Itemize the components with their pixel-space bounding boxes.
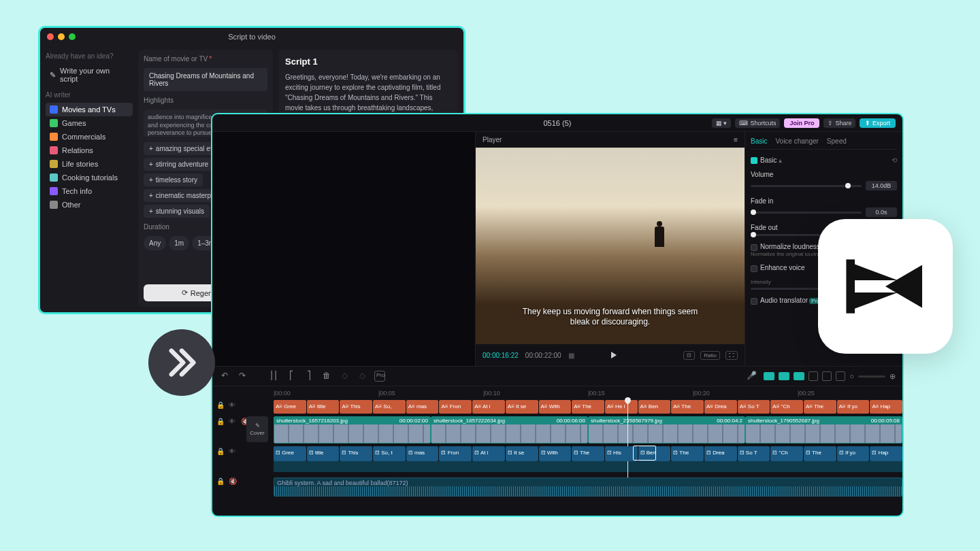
tts-clip[interactable]: A≡ With [539,400,572,414]
tool-icon[interactable]: ◇ [357,371,368,382]
sidebar-item-1[interactable]: Games [46,116,133,130]
tts-clip[interactable]: A≡ If yo [837,400,870,414]
video-clip[interactable]: shutterstock_1857218203.jpg00:00:02:00 [274,416,431,444]
layout-icon[interactable]: ▦ ▾ [712,118,732,128]
play-button[interactable] [611,352,617,358]
caption-clip[interactable]: ⊡ "Ch [770,446,803,461]
tts-clip[interactable]: A≡ Drea [704,400,737,414]
tts-clip[interactable]: A≡ The [572,400,604,414]
duration-option[interactable]: Any [144,236,166,250]
snap-icon[interactable] [808,371,818,381]
delete-icon[interactable]: 🗑 [321,371,332,382]
tts-clip[interactable]: A≡ title [307,400,340,414]
sidebar-item-4[interactable]: Life stories [46,157,133,171]
tts-clip[interactable]: A≡ He l [605,400,638,414]
undo-icon[interactable]: ↶ [219,371,230,382]
lock-icon[interactable]: 🔒 [216,401,225,409]
movie-name-input[interactable]: Chasing Dreams of Mountains and Rivers [144,68,267,91]
track-toggle-1[interactable] [764,372,774,380]
sidebar-item-2[interactable]: Commercials [46,130,133,144]
fadein-slider[interactable] [751,212,862,214]
tts-clip[interactable]: A≡ Ben [638,400,671,414]
caption-clip[interactable]: ⊡ Drea [704,446,737,461]
highlight-tag[interactable]: + timeless story [144,173,203,186]
lock-icon[interactable]: 🔒 [216,418,225,425]
highlight-tag[interactable]: + stunning visuals [144,205,210,218]
video-track[interactable]: shutterstock_1857218203.jpg00:00:02:00sh… [274,416,902,444]
join-pro-button[interactable]: Join Pro [784,118,819,128]
tab-voice-changer[interactable]: Voice changer [775,137,818,145]
preview-icon[interactable] [836,371,845,381]
tab-speed[interactable]: Speed [827,137,847,145]
caption-clip[interactable]: ⊡ It se [506,446,538,461]
caption-clip[interactable]: ⊡ If yo [837,446,870,461]
caption-clip[interactable]: ⊡ Gree [274,446,306,461]
reset-icon[interactable]: ⟲ [892,156,897,164]
duration-option[interactable]: 1m [169,236,189,250]
tts-clip[interactable]: A≡ It se [506,400,538,414]
player-viewport[interactable]: They keep us moving forward when things … [476,148,745,344]
tts-clip[interactable]: A≡ The [804,400,836,414]
caption-clip[interactable]: ⊡ Fron [439,446,472,461]
mute-icon[interactable]: 🔇 [229,478,237,485]
ai-tool-icon[interactable]: Pro [374,371,385,382]
tts-clip[interactable]: A≡ So, [373,400,406,414]
tts-clip[interactable]: A≡ The [671,400,704,414]
link-icon[interactable] [822,371,832,381]
basic-checkbox-row[interactable]: Basic ▴ ⟲ [751,156,897,164]
split-icon[interactable]: ⎮⎮ [268,371,279,382]
fadein-value[interactable]: 0.0s [866,207,897,217]
tab-basic[interactable]: Basic [751,137,767,145]
tts-clip[interactable]: A≡ At i [472,400,505,414]
sidebar-item-7[interactable]: Other [46,198,133,212]
volume-value[interactable]: 14.0dB [866,181,897,190]
tts-clip[interactable]: A≡ mas [406,400,439,414]
fullscreen-icon[interactable]: ⛶ [725,351,738,360]
lock-icon[interactable]: 🔒 [216,448,225,455]
trim-right-icon[interactable]: ⎤ [304,371,314,382]
volume-slider[interactable] [751,185,862,187]
zoom-slider[interactable] [858,375,885,378]
sidebar-item-6[interactable]: Tech info [46,184,133,198]
tts-clip[interactable]: A≡ So T [738,400,770,414]
caption-clip[interactable]: ⊡ This [340,446,372,461]
audio-track[interactable]: Ghibli system. A sad and beautiful balla… [274,478,902,497]
ratio-button[interactable]: Ratio [700,351,720,360]
redo-icon[interactable]: ↷ [237,371,248,382]
video-clip[interactable]: shutterstock_1790552687.jpg00:00:05:08 [745,416,902,444]
tts-clip[interactable]: A≡ "Ch [770,400,803,414]
mic-icon[interactable]: 🎤 [746,371,757,382]
share-button[interactable]: ⇪ Share [823,118,855,128]
track-toggle-2[interactable] [779,372,789,380]
eye-icon[interactable]: 👁 [229,418,237,425]
caption-clip[interactable]: ⊡ mas [406,446,439,461]
highlight-tag[interactable]: + stirring adventure [144,158,214,171]
track-toggle-3[interactable] [794,372,804,380]
caption-clip[interactable]: ⊡ So T [738,446,770,461]
grid-icon[interactable]: ▦ [568,352,574,359]
sidebar-write-script[interactable]: ✎ Write your own script [46,64,133,86]
tts-clip[interactable]: A≡ Hap [870,400,902,414]
cover-button[interactable]: ✎Cover [246,416,268,442]
video-clip[interactable]: shutterstock_2358587979.jpg00:00:04:2 [588,416,745,444]
caption-clip[interactable]: ⊡ title [307,446,340,461]
caption-clip[interactable]: ⊡ With [539,446,572,461]
caption-clip[interactable]: ⊡ The [572,446,604,461]
sidebar-item-0[interactable]: Movies and TVs [46,103,133,116]
zoom-out-icon[interactable]: ○ [849,372,854,380]
video-clip[interactable]: shutterstock_1857222634.jpg00:00:06:00 [431,416,588,444]
export-button[interactable]: ⬆ Export [860,118,896,128]
sidebar-item-5[interactable]: Cooking tutorials [46,171,133,184]
caption-track[interactable]: ⊡ Gree⊡ title⊡ This⊡ So, t⊡ mas⊡ Fron⊡ A… [274,446,902,461]
eye-icon[interactable]: 👁 [229,401,237,409]
scale-icon[interactable]: ⊡ [683,351,695,360]
shortcuts-button[interactable]: ⌨ Shortcuts [735,118,780,128]
zoom-fit-icon[interactable]: ⊕ [889,372,896,381]
timeline-ruler[interactable]: |00:00|00:05|00:10|00:15|00:20|00:25 [212,386,902,400]
sidebar-item-3[interactable]: Relations [46,144,133,157]
caption-clip[interactable]: ⊡ The [804,446,836,461]
caption-clip[interactable]: ⊡ So, t [373,446,406,461]
eye-icon[interactable]: 👁 [229,448,237,455]
tts-track[interactable]: A≡ GreeA≡ titleA≡ ThisA≡ So,A≡ masA≡ Fro… [274,400,902,414]
tool-icon[interactable]: ◇ [339,371,350,382]
